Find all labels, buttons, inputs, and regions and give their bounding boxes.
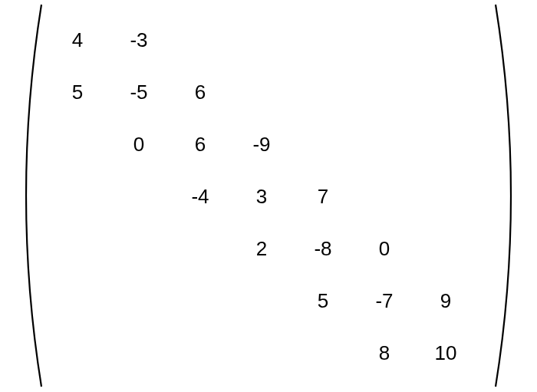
matrix-cell (233, 66, 295, 118)
matrix-cell (356, 14, 417, 66)
matrix-cell: 8 (356, 327, 417, 379)
matrix-cell (172, 222, 233, 275)
matrix-cell: 0 (110, 118, 172, 170)
matrix-cell: 3 (233, 170, 295, 222)
matrix-cell (417, 118, 479, 170)
matrix-cell: -8 (295, 222, 356, 275)
matrix-cell (49, 275, 110, 327)
matrix-cell: 2 (233, 222, 295, 275)
matrix-cell: 7 (295, 170, 356, 222)
matrix-cell (417, 14, 479, 66)
matrix-cell (417, 222, 479, 275)
right-paren-icon (486, 2, 531, 390)
matrix-cell: 0 (356, 222, 417, 275)
matrix-cell: 6 (172, 118, 233, 170)
matrix-cell (49, 170, 110, 222)
matrix-cell (295, 14, 356, 66)
matrix-cell (172, 14, 233, 66)
matrix-cell (49, 327, 110, 379)
left-paren-icon (6, 2, 51, 390)
matrix-cell (295, 118, 356, 170)
matrix-cell (356, 118, 417, 170)
matrix-cell (233, 327, 295, 379)
matrix-figure: 4 -3 5 -5 6 0 6 -9 -4 3 7 2 -8 (0, 0, 537, 392)
matrix-cell: -4 (172, 170, 233, 222)
matrix-grid: 4 -3 5 -5 6 0 6 -9 -4 3 7 2 -8 (49, 14, 479, 379)
matrix-cell: 10 (417, 327, 479, 379)
matrix-cell: 9 (417, 275, 479, 327)
matrix-cell (356, 170, 417, 222)
matrix-cell: 6 (172, 66, 233, 118)
matrix-cell (49, 222, 110, 275)
matrix-cell: -9 (233, 118, 295, 170)
matrix-cell (110, 275, 172, 327)
matrix-cell (295, 327, 356, 379)
matrix-cell (110, 222, 172, 275)
matrix-cell: 5 (295, 275, 356, 327)
matrix-cell (49, 118, 110, 170)
matrix-cell: -3 (110, 14, 172, 66)
matrix-cell: -5 (110, 66, 172, 118)
matrix-cell (295, 66, 356, 118)
matrix-cell (172, 275, 233, 327)
matrix-cell (356, 66, 417, 118)
matrix-cell (233, 275, 295, 327)
matrix-cell (233, 14, 295, 66)
matrix-cell: 5 (49, 66, 110, 118)
matrix-cell: 4 (49, 14, 110, 66)
matrix-cell: -7 (356, 275, 417, 327)
matrix-cell (110, 327, 172, 379)
matrix-cell (417, 170, 479, 222)
matrix-cell (417, 66, 479, 118)
matrix-cell (110, 170, 172, 222)
matrix-cell (172, 327, 233, 379)
